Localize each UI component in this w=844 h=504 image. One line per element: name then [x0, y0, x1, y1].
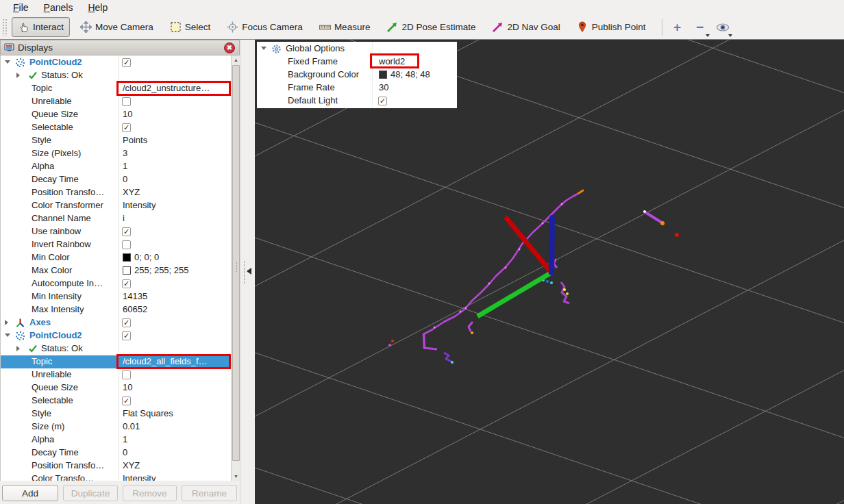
property-row-invert-rainbow[interactable]: Invert Rainbow [1, 238, 232, 251]
property-row-selectable[interactable]: Selectable✓ [1, 394, 232, 407]
tool-publish-point[interactable]: Publish Point [571, 17, 652, 37]
menu-file[interactable]: File [5, 1, 36, 14]
checkbox-unchecked[interactable] [122, 240, 131, 249]
row-value[interactable]: world2 [379, 56, 405, 66]
expander-closed-icon[interactable] [16, 73, 20, 78]
dropdown-caret-icon[interactable] [728, 34, 732, 37]
scrollbar-thumb[interactable] [232, 65, 240, 461]
property-row-global-options[interactable]: Global Options [257, 42, 457, 55]
property-row-decay-time[interactable]: Decay Time0 [1, 446, 232, 459]
property-row-min-intensity[interactable]: Min Intensity14135 [1, 290, 232, 303]
property-row-topic[interactable]: Topic/cloud2_all_fields_f… [1, 355, 232, 368]
zoom-out-minus-icon[interactable]: − [692, 18, 708, 36]
row-value[interactable]: 3 [123, 148, 127, 158]
panel-splitter[interactable] [240, 40, 255, 504]
row-value[interactable]: 1 [123, 161, 127, 171]
tool-focus-camera[interactable]: Focus Camera [221, 17, 309, 37]
property-row-default-light[interactable]: Default Light✓ [257, 94, 457, 108]
row-value[interactable]: Intensity [123, 473, 156, 481]
row-value[interactable]: /cloud2_unstructure… [123, 83, 210, 93]
property-row-max-intensity[interactable]: Max Intensity60652 [1, 303, 232, 316]
row-value[interactable]: 0 [123, 447, 127, 457]
tool-2d-pose-estimate[interactable]: 2D Pose Estimate [380, 17, 482, 37]
close-icon[interactable]: ✖ [224, 42, 235, 53]
property-row-position-transfo-[interactable]: Position Transfo…XYZ [1, 186, 232, 199]
tool-measure[interactable]: Measure [313, 17, 377, 37]
row-value[interactable]: Intensity [123, 200, 156, 210]
property-row-background-color[interactable]: Background Color48; 48; 48 [257, 68, 457, 81]
property-row-topic[interactable]: Topic/cloud2_unstructure… [1, 82, 232, 95]
property-row-color-transformer[interactable]: Color TransformerIntensity [1, 199, 232, 212]
remove-button[interactable]: Remove [123, 485, 177, 501]
checkbox-checked[interactable]: ✓ [122, 123, 131, 132]
row-value[interactable]: 10 [123, 109, 132, 119]
eye-icon[interactable] [715, 18, 731, 36]
property-row-channel-name[interactable]: Channel Namei [1, 212, 232, 225]
row-value[interactable]: XYZ [123, 460, 140, 470]
row-value[interactable]: 0.01 [123, 421, 140, 431]
scroll-up-arrow[interactable]: ▲ [232, 55, 240, 64]
property-row-selectable[interactable]: Selectable✓ [1, 121, 232, 134]
row-value[interactable]: 255; 255; 255 [123, 265, 189, 275]
checkbox-checked[interactable]: ✓ [122, 279, 131, 288]
property-row-position-transfo-[interactable]: Position Transfo…XYZ [1, 459, 232, 473]
property-row-unreliable[interactable]: Unreliable [1, 368, 232, 381]
property-row-use-rainbow[interactable]: Use rainbow✓ [1, 225, 232, 238]
tool-2d-nav-goal[interactable]: 2D Nav Goal [486, 17, 566, 37]
tool-select[interactable]: Select [164, 17, 217, 37]
property-row-color-transfo-[interactable]: Color Transfo…Intensity [1, 473, 232, 481]
displays-panel-header[interactable]: Displays ✖ [0, 40, 240, 55]
expander-closed-icon[interactable] [5, 320, 8, 325]
property-row-status-ok[interactable]: Status: Ok [1, 69, 232, 82]
row-value[interactable]: Points [123, 135, 147, 145]
checkbox-unchecked[interactable] [122, 370, 131, 379]
property-row-queue-size[interactable]: Queue Size10 [1, 381, 232, 394]
row-value[interactable]: XYZ [123, 187, 140, 197]
checkbox-checked[interactable]: ✓ [122, 396, 131, 405]
display-row-axes[interactable]: Axes✓ [1, 316, 232, 329]
expander-open-icon[interactable] [5, 60, 10, 64]
property-row-alpha[interactable]: Alpha1 [1, 433, 232, 446]
display-row-pointcloud2[interactable]: PointCloud2✓ [1, 56, 232, 69]
render-viewport-3d[interactable] [255, 40, 844, 504]
property-row-queue-size[interactable]: Queue Size10 [1, 108, 232, 121]
property-row-style[interactable]: StyleFlat Squares [1, 407, 232, 420]
zoom-in-plus-icon[interactable]: + [669, 18, 686, 36]
menu-panels[interactable]: Panels [36, 1, 81, 14]
checkbox-checked[interactable]: ✓ [122, 318, 131, 327]
property-row-fixed-frame[interactable]: Fixed Frameworld2 [257, 55, 457, 68]
property-row-alpha[interactable]: Alpha1 [1, 160, 232, 173]
property-row-frame-rate[interactable]: Frame Rate30 [257, 81, 457, 94]
collapse-panel-icon[interactable] [247, 268, 251, 275]
property-row-unreliable[interactable]: Unreliable [1, 95, 232, 108]
expander-open-icon[interactable] [5, 333, 10, 337]
checkbox-checked[interactable]: ✓ [122, 331, 131, 340]
duplicate-button[interactable]: Duplicate [63, 485, 118, 501]
property-row-status-ok[interactable]: Status: Ok [1, 342, 232, 355]
scroll-down-arrow[interactable]: ▼ [232, 472, 240, 481]
property-row-decay-time[interactable]: Decay Time0 [1, 173, 232, 186]
expander-closed-icon[interactable] [16, 346, 20, 351]
expander-open-icon[interactable] [261, 47, 266, 50]
checkbox-unchecked[interactable] [122, 97, 131, 106]
display-row-pointcloud2[interactable]: PointCloud2✓ [1, 329, 232, 342]
checkbox-checked[interactable]: ✓ [122, 227, 131, 236]
row-value[interactable]: 30 [379, 82, 388, 92]
property-row-min-color[interactable]: Min Color0; 0; 0 [1, 251, 232, 264]
row-value[interactable]: 14135 [123, 291, 147, 301]
property-row-size-pixels-[interactable]: Size (Pixels)3 [1, 147, 232, 160]
row-value[interactable]: 60652 [123, 304, 147, 314]
row-value[interactable]: i [123, 213, 125, 223]
row-value[interactable]: 0; 0; 0 [123, 252, 159, 262]
menu-help[interactable]: Help [80, 1, 115, 14]
vertical-scrollbar[interactable]: ▲ ▼ [231, 55, 240, 481]
property-row-style[interactable]: StylePoints [1, 134, 232, 147]
checkbox-checked[interactable]: ✓ [122, 58, 131, 67]
add-button[interactable]: Add [2, 485, 58, 501]
row-value[interactable]: Flat Squares [123, 408, 173, 418]
property-row-size-m-[interactable]: Size (m)0.01 [1, 420, 232, 433]
property-row-autocompute-in-[interactable]: Autocompute In…✓ [1, 277, 232, 290]
row-value[interactable]: /cloud2_all_fields_f… [123, 356, 208, 366]
rename-button[interactable]: Rename [182, 485, 237, 501]
row-value[interactable]: 0 [123, 174, 127, 184]
